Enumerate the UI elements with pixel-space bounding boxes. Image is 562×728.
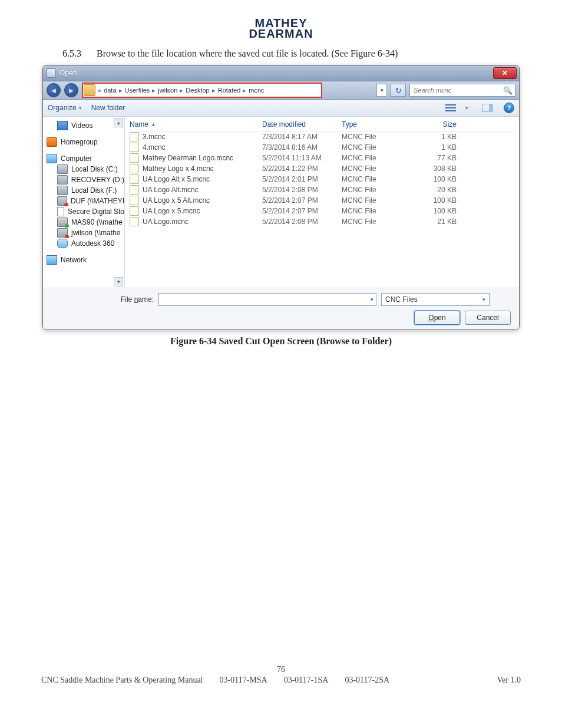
file-icon (130, 174, 139, 184)
nav-item-drive[interactable]: Local Disk (C:) (47, 164, 124, 174)
drive-icon (57, 207, 64, 216)
nav-item-drive[interactable]: DUF (\\MATHEYI (47, 196, 124, 206)
column-size[interactable]: Size (404, 120, 462, 129)
history-dropdown[interactable]: ▾ (376, 84, 387, 97)
chevron-right-icon: ▸ (212, 87, 216, 94)
nav-item-videos[interactable]: Videos (47, 120, 124, 131)
refresh-button[interactable]: ↻ (391, 84, 406, 97)
chevron-down-icon: ▾ (79, 105, 82, 111)
preview-pane-button[interactable] (481, 102, 494, 114)
file-row[interactable]: 3.mcnc7/3/2014 8:17 AMMCNC File1 KB (130, 131, 514, 142)
file-name: UA Logo Alt.mcnc (143, 186, 199, 194)
drive-icon (57, 218, 68, 227)
dialog-title: Open (59, 69, 77, 77)
file-row[interactable]: UA Logo Alt.mcnc5/2/2014 2:08 PMMCNC Fil… (130, 185, 514, 195)
file-date: 5/2/2014 2:01 PM (262, 175, 342, 183)
organize-menu[interactable]: Organize ▾ (48, 104, 82, 112)
breadcrumb-prefix: « (98, 87, 101, 94)
file-type: MCNC File (342, 175, 404, 183)
breadcrumb[interactable]: « data▸ Userfiles▸ jwilson▸ Desktop▸ Rot… (82, 83, 322, 98)
videos-icon (57, 121, 68, 130)
footer-code: 03-0117-MSA (220, 676, 267, 685)
homegroup-icon (47, 137, 57, 147)
file-icon (130, 196, 139, 205)
footer-version: Ver 1.0 (497, 676, 521, 685)
figure-caption: Figure 6-34 Saved Cut Open Screen (Brows… (41, 336, 521, 347)
column-name[interactable]: Name ▲ (130, 120, 262, 129)
cancel-button[interactable]: Cancel (465, 311, 511, 325)
file-name: UA Logo x 5.mcnc (143, 207, 200, 215)
file-row[interactable]: UA Logo Alt x 5.mcnc5/2/2014 2:01 PMMCNC… (130, 174, 514, 185)
chevron-down-icon: ▾ (482, 297, 485, 302)
chevron-right-icon: ▸ (119, 87, 123, 94)
nav-forward-button[interactable]: ► (64, 83, 78, 97)
window-close-button[interactable]: ✕ (493, 67, 517, 79)
breadcrumb-seg[interactable]: data (104, 87, 116, 94)
file-name: Mathey Dearman Logo.mcnc (143, 154, 233, 162)
chevron-down-icon[interactable]: ▾ (465, 105, 468, 111)
chevron-right-icon: ▸ (243, 87, 246, 94)
file-size: 100 KB (404, 207, 462, 215)
chevron-down-icon: ▾ (371, 297, 373, 302)
file-row[interactable]: UA Logo x 5 Alt.mcnc5/2/2014 2:07 PMMCNC… (130, 195, 514, 206)
new-folder-button[interactable]: New folder (91, 104, 125, 112)
file-type: MCNC File (342, 133, 404, 141)
file-type-filter[interactable]: CNC Files ▾ (381, 293, 490, 306)
file-icon (130, 132, 139, 141)
file-row[interactable]: UA Logo.mcnc5/2/2014 2:08 PMMCNC File21 … (130, 216, 514, 227)
file-icon (130, 206, 139, 216)
file-date: 7/3/2014 8:17 AM (262, 133, 342, 141)
nav-item-drive[interactable]: RECOVERY (D:) (47, 174, 124, 185)
open-button[interactable]: Open (414, 311, 460, 325)
file-date: 5/2/2014 11:13 AM (262, 154, 342, 162)
file-date: 5/2/2014 2:07 PM (262, 207, 342, 215)
file-size: 100 KB (404, 175, 462, 183)
file-icon (130, 153, 139, 163)
file-icon (130, 217, 139, 226)
file-size: 1 KB (404, 143, 462, 151)
scroll-down-button[interactable]: ▾ (114, 277, 123, 286)
file-date: 5/2/2014 2:08 PM (262, 218, 342, 226)
file-row[interactable]: Mathey Logo x 4.mcnc5/2/2014 1:22 PMMCNC… (130, 163, 514, 174)
file-size: 100 KB (404, 196, 462, 205)
nav-item-computer[interactable]: Computer (47, 153, 124, 164)
file-row[interactable]: Mathey Dearman Logo.mcnc5/2/2014 11:13 A… (130, 153, 514, 163)
file-type: MCNC File (342, 143, 404, 151)
file-type: MCNC File (342, 186, 404, 194)
navigation-pane: ▴ Videos Homegroup Computer Local Disk (… (43, 117, 125, 288)
breadcrumb-seg[interactable]: Rotated (218, 87, 241, 94)
instruction-number: 6.5.3 (62, 48, 81, 59)
footer-code: 03-0117-1SA (284, 676, 329, 685)
file-type: MCNC File (342, 218, 404, 226)
nav-item-drive[interactable]: Secure Digital Sto (47, 206, 124, 217)
column-date[interactable]: Date modified (262, 120, 342, 129)
file-size: 21 KB (404, 218, 462, 226)
nav-item-drive[interactable]: Autodesk 360 (47, 238, 124, 249)
search-box[interactable]: 🔍 (409, 84, 515, 97)
nav-item-drive[interactable]: MAS90 (\\mathe (47, 217, 124, 228)
breadcrumb-seg[interactable]: mcnc (249, 87, 264, 94)
file-type: MCNC File (342, 154, 404, 162)
breadcrumb-seg[interactable]: Userfiles (125, 87, 150, 94)
view-options-button[interactable] (444, 102, 457, 114)
chevron-right-icon: ▸ (152, 87, 156, 94)
nav-item-network[interactable]: Network (47, 255, 124, 265)
nav-item-homegroup[interactable]: Homegroup (47, 137, 124, 147)
help-button[interactable]: ? (504, 103, 514, 113)
file-date: 5/2/2014 1:22 PM (262, 164, 342, 173)
scroll-up-button[interactable]: ▴ (114, 118, 123, 127)
filename-input[interactable]: ▾ (158, 293, 376, 306)
nav-bar: ◄ ► « data▸ Userfiles▸ jwilson▸ Desktop▸… (43, 81, 519, 100)
file-size: 308 KB (404, 164, 462, 173)
nav-item-drive[interactable]: Local Disk (F:) (47, 185, 124, 196)
search-input[interactable] (412, 86, 497, 94)
file-row[interactable]: UA Logo x 5.mcnc5/2/2014 2:07 PMMCNC Fil… (130, 206, 514, 216)
file-name: UA Logo x 5 Alt.mcnc (143, 196, 210, 205)
nav-item-drive[interactable]: jwilson (\\mathe (47, 228, 124, 238)
instruction-text: Browse to the file location where the sa… (97, 48, 398, 59)
breadcrumb-seg[interactable]: Desktop (186, 87, 209, 94)
file-row[interactable]: 4.mcnc7/3/2014 8:16 AMMCNC File1 KB (130, 142, 514, 153)
nav-back-button[interactable]: ◄ (47, 83, 61, 97)
breadcrumb-seg[interactable]: jwilson (158, 87, 177, 94)
column-type[interactable]: Type (342, 120, 404, 129)
